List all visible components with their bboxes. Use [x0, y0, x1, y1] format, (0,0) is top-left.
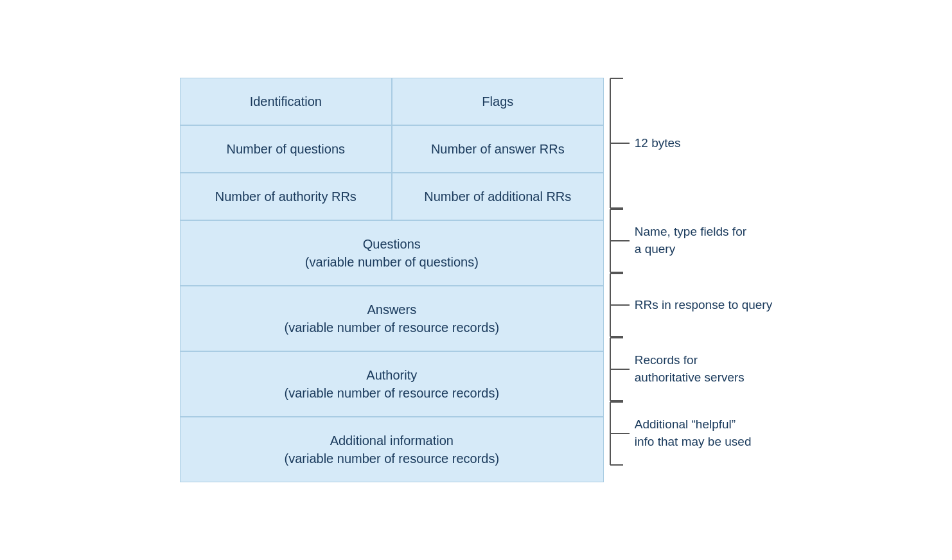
cell-num-questions: Number of questions [180, 125, 392, 173]
annotations-section: 12 bytes Name, type fields for a query [604, 78, 772, 466]
annotation-authority-row: Records for authoritative servers [604, 337, 772, 401]
cell-num-answer-rrs: Number of answer RRs [392, 125, 604, 173]
bracket-questions [604, 209, 630, 273]
bracket-header [604, 78, 630, 209]
cell-flags: Flags [392, 78, 604, 125]
annotation-authority-label: Records for authoritative servers [635, 337, 745, 401]
annotation-questions-row: Name, type fields for a query [604, 209, 772, 273]
cell-additional: Additional information (variable number … [180, 417, 604, 482]
dns-message-table: Identification Flags Number of questions… [180, 78, 604, 482]
annotation-answers-label: RRs in response to query [635, 273, 772, 337]
annotation-questions-label: Name, type fields for a query [635, 209, 746, 273]
row-authority-count: Number of authority RRs Number of additi… [180, 173, 604, 220]
row-questions-count: Number of questions Number of answer RRs [180, 125, 604, 173]
diagram-wrapper: Identification Flags Number of questions… [180, 78, 772, 482]
bracket-authority [604, 337, 630, 401]
cell-num-authority-rrs: Number of authority RRs [180, 173, 392, 220]
annotation-header-label: 12 bytes [635, 78, 681, 209]
cell-questions: Questions (variable number of questions) [180, 220, 604, 286]
cell-identification: Identification [180, 78, 392, 125]
row-answers: Answers (variable number of resource rec… [180, 286, 604, 351]
annotation-additional-label: Additional “helpful” info that may be us… [635, 401, 752, 466]
cell-answers: Answers (variable number of resource rec… [180, 286, 604, 351]
annotation-additional-row: Additional “helpful” info that may be us… [604, 401, 772, 466]
row-questions: Questions (variable number of questions) [180, 220, 604, 286]
row-additional: Additional information (variable number … [180, 417, 604, 482]
cell-num-additional-rrs: Number of additional RRs [392, 173, 604, 220]
bracket-answers [604, 273, 630, 337]
cell-authority: Authority (variable number of resource r… [180, 351, 604, 417]
annotation-header-row: 12 bytes [604, 78, 772, 209]
bracket-additional [604, 401, 630, 466]
annotation-answers-row: RRs in response to query [604, 273, 772, 337]
row-identification: Identification Flags [180, 78, 604, 125]
row-authority: Authority (variable number of resource r… [180, 351, 604, 417]
